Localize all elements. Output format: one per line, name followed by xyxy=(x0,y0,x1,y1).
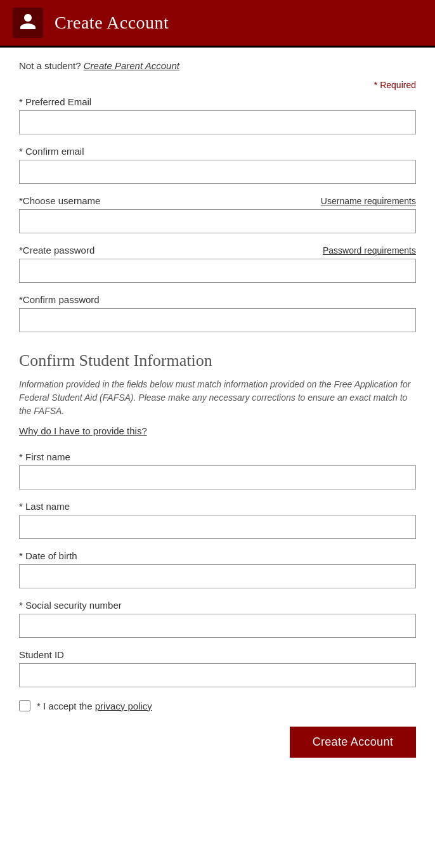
create-password-input[interactable] xyxy=(19,259,416,283)
choose-username-input[interactable] xyxy=(19,209,416,233)
page-title: Create Account xyxy=(55,13,169,33)
dob-label: * Date of birth xyxy=(19,550,416,561)
password-label-row: *Create password Password requirements xyxy=(19,245,416,256)
main-form-area: Not a student? Create Parent Account * R… xyxy=(0,48,435,783)
page-header: Create Account xyxy=(0,0,435,46)
privacy-policy-link[interactable]: privacy policy xyxy=(95,701,152,711)
ssn-label: * Social security number xyxy=(19,600,416,611)
first-name-label: * First name xyxy=(19,451,416,462)
ssn-input[interactable] xyxy=(19,614,416,638)
required-note: * Required xyxy=(19,80,416,90)
user-icon-wrap xyxy=(13,8,43,38)
why-provide-link[interactable]: Why do I have to provide this? xyxy=(19,425,147,436)
create-password-label: *Create password xyxy=(19,245,94,256)
not-student-line: Not a student? Create Parent Account xyxy=(19,60,416,71)
person-icon xyxy=(18,12,37,34)
privacy-accept-text: * I accept the privacy policy xyxy=(37,701,152,711)
privacy-policy-checkbox[interactable] xyxy=(19,700,30,711)
last-name-label: * Last name xyxy=(19,501,416,512)
first-name-input[interactable] xyxy=(19,465,416,489)
student-id-group: Student ID xyxy=(19,649,416,687)
dob-input[interactable] xyxy=(19,564,416,588)
first-name-group: * First name xyxy=(19,451,416,489)
confirm-password-group: *Confirm password xyxy=(19,294,416,332)
student-info-description: Information provided in the fields below… xyxy=(19,378,416,418)
student-info-title: Confirm Student Information xyxy=(19,351,416,370)
not-student-text: Not a student? xyxy=(19,60,81,71)
username-requirements-link[interactable]: Username requirements xyxy=(321,196,416,206)
student-id-label: Student ID xyxy=(19,649,416,660)
password-requirements-link[interactable]: Password requirements xyxy=(323,245,416,256)
confirm-email-label: * Confirm email xyxy=(19,146,416,157)
last-name-group: * Last name xyxy=(19,501,416,539)
privacy-policy-row: * I accept the privacy policy xyxy=(19,700,416,711)
student-id-input[interactable] xyxy=(19,663,416,687)
choose-username-group: *Choose username Username requirements xyxy=(19,195,416,233)
submit-row: Create Account xyxy=(19,727,416,758)
create-password-group: *Create password Password requirements xyxy=(19,245,416,283)
preferred-email-label: * Preferred Email xyxy=(19,96,416,107)
confirm-email-input[interactable] xyxy=(19,160,416,184)
confirm-email-group: * Confirm email xyxy=(19,146,416,184)
accept-text: * I accept the xyxy=(37,701,93,711)
confirm-password-input[interactable] xyxy=(19,308,416,332)
confirm-password-label: *Confirm password xyxy=(19,294,416,305)
username-label-row: *Choose username Username requirements xyxy=(19,195,416,206)
student-info-section: Confirm Student Information Information … xyxy=(19,351,416,445)
preferred-email-input[interactable] xyxy=(19,110,416,134)
create-account-button[interactable]: Create Account xyxy=(290,727,416,758)
choose-username-label: *Choose username xyxy=(19,195,100,206)
preferred-email-group: * Preferred Email xyxy=(19,96,416,134)
dob-group: * Date of birth xyxy=(19,550,416,588)
create-parent-account-link[interactable]: Create Parent Account xyxy=(84,60,179,71)
last-name-input[interactable] xyxy=(19,515,416,539)
ssn-group: * Social security number xyxy=(19,600,416,638)
